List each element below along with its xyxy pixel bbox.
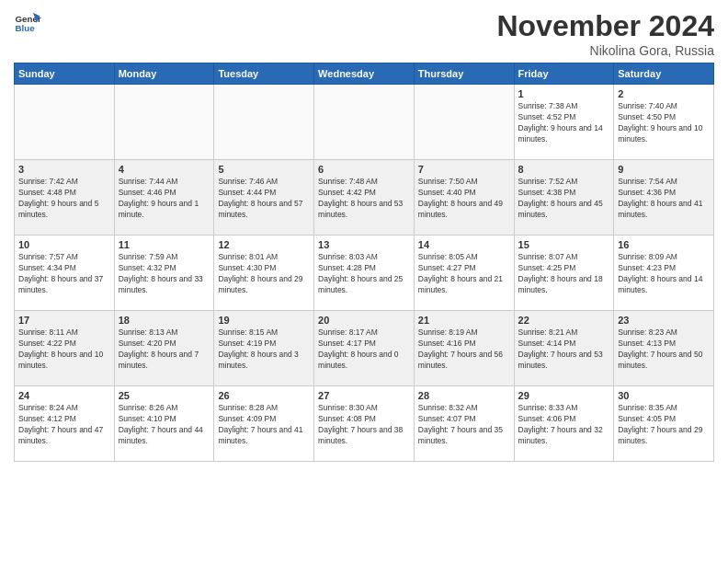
day-number: 16	[618, 239, 710, 250]
day-number: 9	[618, 164, 710, 175]
table-row: 29Sunrise: 8:33 AM Sunset: 4:06 PM Dayli…	[514, 386, 614, 462]
table-row: 23Sunrise: 8:23 AM Sunset: 4:13 PM Dayli…	[614, 311, 714, 386]
table-row: 4Sunrise: 7:44 AM Sunset: 4:46 PM Daylig…	[114, 160, 214, 236]
day-info: Sunrise: 8:15 AM Sunset: 4:19 PM Dayligh…	[218, 327, 310, 372]
day-number: 23	[618, 315, 710, 326]
table-row: 24Sunrise: 8:24 AM Sunset: 4:12 PM Dayli…	[15, 386, 115, 462]
day-info: Sunrise: 8:17 AM Sunset: 4:17 PM Dayligh…	[318, 327, 410, 372]
day-info: Sunrise: 7:52 AM Sunset: 4:38 PM Dayligh…	[518, 177, 610, 221]
calendar-week-row: 10Sunrise: 7:57 AM Sunset: 4:34 PM Dayli…	[15, 236, 714, 311]
day-number: 30	[618, 390, 710, 401]
calendar-week-row: 1Sunrise: 7:38 AM Sunset: 4:52 PM Daylig…	[15, 85, 714, 160]
table-row	[414, 85, 514, 160]
month-title: November 2024	[496, 9, 714, 43]
table-row: 1Sunrise: 7:38 AM Sunset: 4:52 PM Daylig…	[514, 85, 614, 160]
day-number: 1	[518, 88, 610, 99]
table-row	[15, 85, 115, 160]
page-container: General Blue November 2024 Nikolina Gora…	[0, 0, 728, 471]
table-row: 27Sunrise: 8:30 AM Sunset: 4:08 PM Dayli…	[314, 386, 415, 462]
table-row: 28Sunrise: 8:32 AM Sunset: 4:07 PM Dayli…	[414, 386, 514, 462]
calendar-body: 1Sunrise: 7:38 AM Sunset: 4:52 PM Daylig…	[15, 85, 714, 462]
day-info: Sunrise: 7:46 AM Sunset: 4:44 PM Dayligh…	[218, 177, 310, 221]
day-info: Sunrise: 8:03 AM Sunset: 4:28 PM Dayligh…	[318, 252, 410, 296]
day-info: Sunrise: 8:21 AM Sunset: 4:14 PM Dayligh…	[518, 327, 610, 372]
day-info: Sunrise: 8:05 AM Sunset: 4:27 PM Dayligh…	[418, 252, 510, 296]
day-number: 12	[218, 239, 310, 250]
day-info: Sunrise: 8:30 AM Sunset: 4:08 PM Dayligh…	[318, 403, 410, 447]
table-row: 26Sunrise: 8:28 AM Sunset: 4:09 PM Dayli…	[214, 386, 314, 462]
day-info: Sunrise: 7:42 AM Sunset: 4:48 PM Dayligh…	[18, 177, 110, 221]
day-info: Sunrise: 8:26 AM Sunset: 4:10 PM Dayligh…	[119, 403, 210, 447]
day-number: 22	[518, 315, 610, 326]
table-row: 30Sunrise: 8:35 AM Sunset: 4:05 PM Dayli…	[614, 386, 714, 462]
day-info: Sunrise: 8:33 AM Sunset: 4:06 PM Dayligh…	[518, 403, 610, 447]
day-info: Sunrise: 7:57 AM Sunset: 4:34 PM Dayligh…	[18, 252, 110, 296]
day-number: 18	[119, 315, 210, 326]
table-row: 11Sunrise: 7:59 AM Sunset: 4:32 PM Dayli…	[114, 236, 214, 311]
day-info: Sunrise: 8:28 AM Sunset: 4:09 PM Dayligh…	[218, 403, 310, 447]
table-row: 14Sunrise: 8:05 AM Sunset: 4:27 PM Dayli…	[414, 236, 514, 311]
day-number: 2	[618, 88, 710, 99]
day-info: Sunrise: 7:59 AM Sunset: 4:32 PM Dayligh…	[119, 252, 210, 296]
day-number: 6	[318, 164, 410, 175]
day-number: 11	[119, 239, 210, 250]
table-row: 2Sunrise: 7:40 AM Sunset: 4:50 PM Daylig…	[614, 85, 714, 160]
day-number: 27	[318, 390, 410, 401]
table-row: 7Sunrise: 7:50 AM Sunset: 4:40 PM Daylig…	[414, 160, 514, 236]
title-block: November 2024 Nikolina Gora, Russia	[496, 9, 714, 58]
day-info: Sunrise: 8:23 AM Sunset: 4:13 PM Dayligh…	[618, 327, 710, 372]
day-number: 14	[418, 239, 510, 250]
table-row: 9Sunrise: 7:54 AM Sunset: 4:36 PM Daylig…	[614, 160, 714, 236]
table-row: 18Sunrise: 8:13 AM Sunset: 4:20 PM Dayli…	[114, 311, 214, 386]
header-saturday: Saturday	[614, 63, 714, 85]
day-number: 29	[518, 390, 610, 401]
day-number: 21	[418, 315, 510, 326]
day-info: Sunrise: 7:48 AM Sunset: 4:42 PM Dayligh…	[318, 177, 410, 221]
day-info: Sunrise: 8:13 AM Sunset: 4:20 PM Dayligh…	[119, 327, 210, 372]
calendar-week-row: 3Sunrise: 7:42 AM Sunset: 4:48 PM Daylig…	[15, 160, 714, 236]
day-number: 19	[218, 315, 310, 326]
svg-text:Blue: Blue	[16, 23, 36, 33]
table-row	[314, 85, 415, 160]
table-row: 15Sunrise: 8:07 AM Sunset: 4:25 PM Dayli…	[514, 236, 614, 311]
logo: General Blue	[14, 9, 41, 37]
header-monday: Monday	[114, 63, 214, 85]
day-info: Sunrise: 8:11 AM Sunset: 4:22 PM Dayligh…	[18, 327, 110, 372]
day-info: Sunrise: 8:09 AM Sunset: 4:23 PM Dayligh…	[618, 252, 710, 296]
header-tuesday: Tuesday	[214, 63, 314, 85]
day-info: Sunrise: 7:50 AM Sunset: 4:40 PM Dayligh…	[418, 177, 510, 221]
day-info: Sunrise: 8:24 AM Sunset: 4:12 PM Dayligh…	[18, 403, 110, 447]
calendar-table: Sunday Monday Tuesday Wednesday Thursday…	[14, 63, 714, 462]
day-info: Sunrise: 8:35 AM Sunset: 4:05 PM Dayligh…	[618, 403, 710, 447]
day-number: 15	[518, 239, 610, 250]
day-info: Sunrise: 8:19 AM Sunset: 4:16 PM Dayligh…	[418, 327, 510, 372]
table-row: 19Sunrise: 8:15 AM Sunset: 4:19 PM Dayli…	[214, 311, 314, 386]
table-row: 20Sunrise: 8:17 AM Sunset: 4:17 PM Dayli…	[314, 311, 415, 386]
day-info: Sunrise: 7:40 AM Sunset: 4:50 PM Dayligh…	[618, 101, 710, 145]
day-number: 17	[18, 315, 110, 326]
logo-icon: General Blue	[14, 9, 41, 37]
table-row: 22Sunrise: 8:21 AM Sunset: 4:14 PM Dayli…	[514, 311, 614, 386]
table-row: 13Sunrise: 8:03 AM Sunset: 4:28 PM Dayli…	[314, 236, 415, 311]
table-row: 10Sunrise: 7:57 AM Sunset: 4:34 PM Dayli…	[15, 236, 115, 311]
table-row: 21Sunrise: 8:19 AM Sunset: 4:16 PM Dayli…	[414, 311, 514, 386]
day-number: 26	[218, 390, 310, 401]
table-row: 6Sunrise: 7:48 AM Sunset: 4:42 PM Daylig…	[314, 160, 415, 236]
day-number: 8	[518, 164, 610, 175]
day-number: 7	[418, 164, 510, 175]
table-row: 5Sunrise: 7:46 AM Sunset: 4:44 PM Daylig…	[214, 160, 314, 236]
day-number: 3	[18, 164, 110, 175]
day-number: 13	[318, 239, 410, 250]
day-number: 25	[119, 390, 210, 401]
header-friday: Friday	[514, 63, 614, 85]
day-number: 10	[18, 239, 110, 250]
header-thursday: Thursday	[414, 63, 514, 85]
location-title: Nikolina Gora, Russia	[496, 43, 714, 58]
table-row: 25Sunrise: 8:26 AM Sunset: 4:10 PM Dayli…	[114, 386, 214, 462]
header: General Blue November 2024 Nikolina Gora…	[14, 9, 714, 58]
table-row: 8Sunrise: 7:52 AM Sunset: 4:38 PM Daylig…	[514, 160, 614, 236]
header-sunday: Sunday	[15, 63, 115, 85]
weekday-header-row: Sunday Monday Tuesday Wednesday Thursday…	[15, 63, 714, 85]
day-number: 5	[218, 164, 310, 175]
table-row	[214, 85, 314, 160]
